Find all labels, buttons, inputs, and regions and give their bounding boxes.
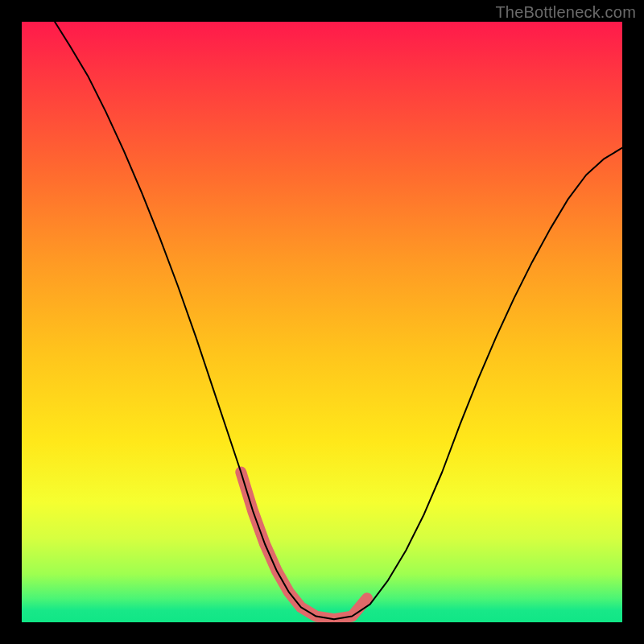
chart-svg [22,22,622,622]
highlight-valley-path [241,473,367,620]
main-curve-path [55,22,622,619]
watermark-text: TheBottleneck.com [495,3,636,22]
plot-area [22,22,622,622]
chart-container: TheBottleneck.com [0,0,644,644]
